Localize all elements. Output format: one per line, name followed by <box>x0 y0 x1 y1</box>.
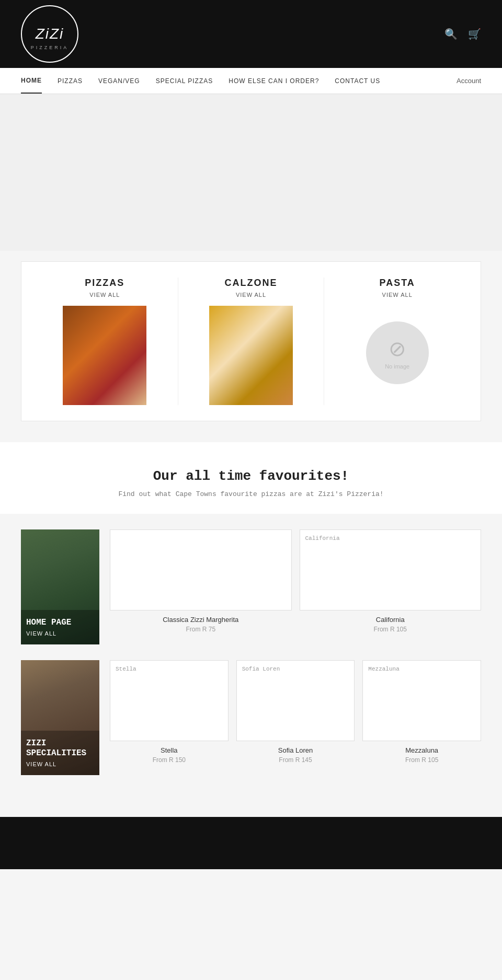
favourites-title: Our all time favourites! <box>21 468 481 484</box>
product-stella[interactable]: Stella Stella From R 150 <box>110 660 229 764</box>
product-margherita-price: From R 75 <box>110 626 292 633</box>
nav-order[interactable]: HOW ELSE CAN I ORDER? <box>229 69 319 93</box>
banner-homepage[interactable]: HOME PAGE VIEW ALL <box>21 529 99 644</box>
product-california-title: California <box>300 616 482 624</box>
banner-homepage-title: HOME PAGE <box>26 618 94 628</box>
product-mezzaluna-label: Mezzaluna <box>368 666 399 672</box>
category-pasta-title: PASTA <box>380 278 415 289</box>
product-california-price: From R 105 <box>300 626 482 633</box>
category-pasta[interactable]: PASTA VIEW ALL ⊘ No image <box>324 278 470 405</box>
product-sofia-title: Sofia Loren <box>236 746 355 754</box>
nav-items: HOME PIZZAS VEGAN/VEG SPECIAL PIZZAS HOW… <box>21 68 457 94</box>
product-row-homepage: HOME PAGE VIEW ALL Classica Zizzi Marghe… <box>21 529 481 644</box>
banner-specialities[interactable]: ZIZI SPECIALITIES VIEW ALL <box>21 660 99 775</box>
nav-vegan[interactable]: VEGAN/VEG <box>98 69 140 93</box>
product-margherita[interactable]: Classica Zizzi Margherita From R 75 <box>110 529 292 633</box>
product-sofia[interactable]: Sofia Loren Sofia Loren From R 145 <box>236 660 355 764</box>
category-pizzas-viewall[interactable]: VIEW ALL <box>89 292 120 298</box>
product-mezzaluna[interactable]: Mezzaluna Mezzaluna From R 105 <box>362 660 481 764</box>
homepage-products-grid: Classica Zizzi Margherita From R 75 Cali… <box>110 529 481 633</box>
favourites-section: Our all time favourites! Find out what C… <box>0 442 502 514</box>
product-stella-image: Stella <box>110 660 229 741</box>
banner-specialities-overlay: ZIZI SPECIALITIES VIEW ALL <box>21 731 99 775</box>
product-sofia-label: Sofia Loren <box>242 666 280 672</box>
nav-contact[interactable]: CONTACT US <box>335 69 380 93</box>
product-california-label: California <box>305 535 340 541</box>
categories-section: PIZZAS VIEW ALL CALZONE VIEW ALL PASTA V… <box>0 251 502 442</box>
product-margherita-title: Classica Zizzi Margherita <box>110 616 292 624</box>
product-stella-title: Stella <box>110 746 229 754</box>
category-calzone-image <box>209 306 293 405</box>
logo-sub: PIZZERIA <box>31 45 69 50</box>
search-icon[interactable]: 🔍 <box>444 28 458 40</box>
category-calzone-title: CALZONE <box>225 278 278 289</box>
product-sofia-price: From R 145 <box>236 756 355 764</box>
banner-specialities-title: ZIZI SPECIALITIES <box>26 739 94 758</box>
favourites-subtitle: Find out what Cape Towns favourite pizza… <box>21 490 481 498</box>
product-stella-price: From R 150 <box>110 756 229 764</box>
product-california[interactable]: California California From R 105 <box>300 529 482 633</box>
cart-icon[interactable]: 🛒 <box>468 28 481 40</box>
no-image-text: No image <box>385 363 409 370</box>
category-pizzas[interactable]: PIZZAS VIEW ALL <box>32 278 178 405</box>
category-pasta-viewall[interactable]: VIEW ALL <box>382 292 413 298</box>
category-pizzas-image <box>63 306 146 405</box>
header-icons: 🔍 🛒 <box>444 28 481 40</box>
product-margherita-image <box>110 529 292 610</box>
product-stella-label: Stella <box>116 666 136 672</box>
nav-account[interactable]: Account <box>457 77 481 85</box>
footer-section <box>0 817 502 869</box>
main-nav: HOME PIZZAS VEGAN/VEG SPECIAL PIZZAS HOW… <box>0 68 502 94</box>
banner-specialities-viewall[interactable]: VIEW ALL <box>26 761 94 767</box>
logo[interactable]: ZiZi PIZZERIA <box>21 5 78 63</box>
nav-special[interactable]: SPECIAL PIZZAS <box>156 69 213 93</box>
product-row-specialities: ZIZI SPECIALITIES VIEW ALL Stella Stella… <box>21 660 481 775</box>
categories-card: PIZZAS VIEW ALL CALZONE VIEW ALL PASTA V… <box>21 261 481 421</box>
site-header: ZiZi PIZZERIA 🔍 🛒 <box>0 0 502 68</box>
banner-homepage-overlay: HOME PAGE VIEW ALL <box>21 610 99 644</box>
nav-home[interactable]: HOME <box>21 68 42 94</box>
no-image-icon: ⊘ <box>389 337 406 361</box>
hero-section <box>0 94 502 251</box>
products-section: HOME PAGE VIEW ALL Classica Zizzi Marghe… <box>0 514 502 806</box>
product-mezzaluna-title: Mezzaluna <box>362 746 481 754</box>
product-california-image: California <box>300 529 482 610</box>
product-mezzaluna-image: Mezzaluna <box>362 660 481 741</box>
category-pasta-image: ⊘ No image <box>366 321 429 384</box>
category-calzone[interactable]: CALZONE VIEW ALL <box>178 278 325 405</box>
logo-text: ZiZi <box>36 26 64 42</box>
product-mezzaluna-price: From R 105 <box>362 756 481 764</box>
nav-pizzas[interactable]: PIZZAS <box>58 69 83 93</box>
product-sofia-image: Sofia Loren <box>236 660 355 741</box>
specialities-products-grid: Stella Stella From R 150 Sofia Loren Sof… <box>110 660 481 764</box>
banner-homepage-viewall[interactable]: VIEW ALL <box>26 630 94 637</box>
category-pizzas-title: PIZZAS <box>85 278 124 289</box>
category-calzone-viewall[interactable]: VIEW ALL <box>236 292 266 298</box>
